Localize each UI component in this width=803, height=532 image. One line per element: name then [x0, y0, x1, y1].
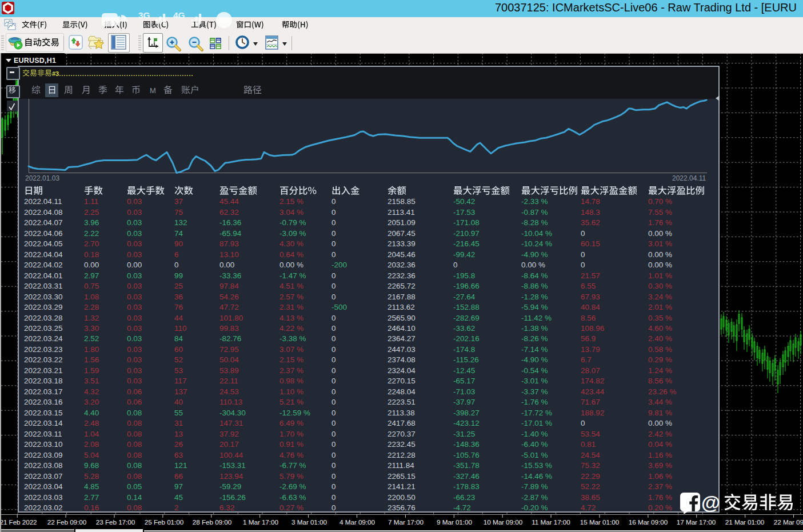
svg-text:3G: 3G [138, 10, 150, 20]
svg-text:4G: 4G [173, 10, 185, 20]
